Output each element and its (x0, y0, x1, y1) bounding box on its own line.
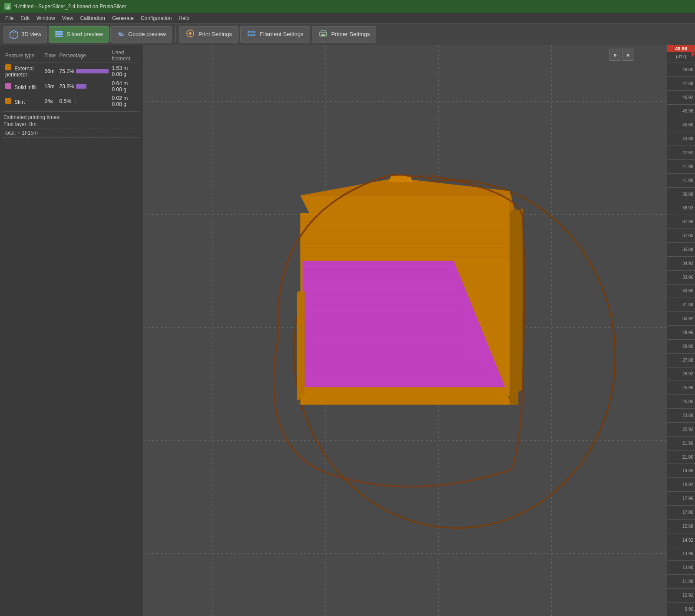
menu-item-calibration[interactable]: Calibration (77, 14, 109, 22)
print-settings-button[interactable]: Print Settings (179, 26, 238, 43)
svg-rect-17 (321, 30, 325, 32)
nav-forward-button[interactable]: » (609, 49, 621, 61)
ruler-mark: 47.88 (667, 76, 695, 90)
printer-settings-button[interactable]: Printer Settings (312, 26, 377, 43)
percentage-cell: 75.2% (57, 63, 110, 79)
window-title: *Untitled - SuperSlicer_2.4 based on Pru… (14, 3, 126, 10)
ruler-mark: 18.92 (667, 477, 695, 491)
svg-rect-18 (321, 34, 325, 36)
ruler-mark: 14.92 (667, 533, 695, 547)
ruler-mark: 19.88 (667, 464, 695, 477)
menu-item-file[interactable]: File (2, 14, 17, 22)
sliced-preview-button[interactable]: Sliced preview (49, 26, 109, 43)
menu-item-edit[interactable]: Edit (17, 14, 33, 22)
nav-back-button[interactable]: « (622, 49, 634, 61)
nav-arrows: » « (609, 49, 634, 61)
ruler-mark: 25.00 (667, 394, 695, 408)
ruler-mark: 17.96 (667, 491, 695, 505)
ruler-mark: 13.00 (667, 560, 695, 574)
right-ruler: 49.96 (312) 49.0047.8846.9245.9645.0043.… (667, 45, 695, 616)
filament-cell: 0.64 m 0.00 g (110, 79, 140, 94)
ruler-mark: 39.88 (667, 187, 695, 201)
feature-name: Skirt (14, 99, 25, 105)
ruler-mark: 46.92 (667, 90, 695, 104)
ruler-marks: 49.0047.8846.9245.9645.0043.8842.9241.96… (667, 63, 695, 616)
ruler-mark: 43.88 (667, 132, 695, 146)
filament-settings-button[interactable]: Filament Settings (240, 26, 310, 43)
time-cell: 24s (43, 94, 57, 109)
col-time: Time (43, 49, 57, 63)
filament-cell: 0.02 m 0.00 g (110, 94, 140, 109)
print-settings-icon (185, 29, 195, 40)
ruler-mark: 29.96 (667, 325, 695, 339)
printer-settings-label: Printer Settings (331, 31, 370, 37)
layers-icon (54, 30, 64, 39)
ruler-mark: 33.96 (667, 270, 695, 284)
left-panel: Feature type Time Percentage Used filame… (0, 45, 143, 616)
3d-view-button[interactable]: 3D view (3, 26, 47, 43)
ruler-mark: 35.88 (667, 242, 695, 256)
ruler-sub-value: (312) (667, 54, 695, 60)
forward-icon: » (613, 51, 617, 58)
gcode-icon (116, 30, 126, 39)
canvas-area[interactable]: » « (143, 45, 667, 616)
toolbar: 3D view Sliced preview Gcode preview (0, 23, 695, 45)
print-settings-label: Print Settings (199, 31, 232, 37)
menu-item-configuration[interactable]: Configuration (137, 14, 175, 22)
ruler-mark: 34.92 (667, 256, 695, 270)
ruler-mark: 37.96 (667, 215, 695, 229)
percentage-cell: 23.8% (57, 79, 110, 94)
menu-item-view[interactable]: View (59, 14, 77, 22)
time-cell: 18m (43, 79, 57, 94)
menu-item-generate[interactable]: Generate (109, 14, 137, 22)
filament-cell: 1.53 m 0.00 g (110, 63, 140, 79)
gcode-preview-button[interactable]: Gcode preview (110, 26, 172, 43)
percentage-cell: 0.5% (57, 94, 110, 109)
col-feature-type: Feature type (3, 49, 43, 63)
filament-settings-label: Filament Settings (260, 31, 303, 37)
total-time: Total: ~ 1h15m (3, 130, 139, 138)
ruler-mark: 31.88 (667, 298, 695, 311)
time-cell: 56m (43, 63, 57, 79)
ruler-mark: 26.92 (667, 367, 695, 381)
svg-rect-3 (55, 31, 63, 33)
svg-rect-5 (55, 36, 63, 37)
title-bar: 🖨 *Untitled - SuperSlicer_2.4 based on P… (0, 0, 695, 13)
ruler-mark: 17.00 (667, 505, 695, 519)
ruler-mark: 25.96 (667, 381, 695, 394)
feature-name-cell: Skirt (3, 94, 43, 109)
sliced-preview-label: Sliced preview (66, 31, 103, 37)
menu-item-window[interactable]: Window (33, 14, 59, 22)
ruler-mark: 27.88 (667, 353, 695, 367)
ruler-mark: 10.92 (667, 588, 695, 602)
gcode-preview-label: Gcode preview (128, 31, 166, 37)
ruler-mark: 23.88 (667, 408, 695, 422)
ruler-mark: 21.00 (667, 450, 695, 464)
ruler-mark: 42.92 (667, 146, 695, 159)
col-percentage: Percentage (57, 49, 110, 63)
table-row: Solid infill 18m 23.8% 0.64 m 0.00 g (3, 79, 139, 94)
ruler-top-value: 49.96 (667, 45, 695, 52)
ruler-mark: 30.92 (667, 311, 695, 325)
svg-point-8 (189, 32, 192, 35)
feature-color-swatch (5, 64, 11, 70)
svg-rect-13 (248, 31, 255, 36)
col-used-filament: Used filament (110, 49, 140, 63)
ruler-mark: 38.92 (667, 201, 695, 215)
ruler-mark: 22.92 (667, 422, 695, 436)
back-icon: « (626, 51, 630, 58)
ruler-mark: 49.00 (667, 63, 695, 76)
ruler-mark: 15.88 (667, 519, 695, 533)
3d-model (143, 45, 667, 616)
feature-name-cell: Solid infill (3, 79, 43, 94)
ruler-mark: 21.96 (667, 436, 695, 450)
menu-item-help[interactable]: Help (175, 14, 193, 22)
table-row: Skirt 24s 0.5% 0.02 m 0.00 g (3, 94, 139, 109)
ruler-mark: 41.96 (667, 159, 695, 173)
feature-name: Solid infill (14, 84, 36, 90)
feature-color-swatch (5, 83, 11, 89)
ruler-mark: 11.88 (667, 574, 695, 588)
stats-table: Feature type Time Percentage Used filame… (3, 49, 139, 109)
ruler-mark: 45.96 (667, 104, 695, 118)
toolbar-separator (175, 26, 175, 42)
